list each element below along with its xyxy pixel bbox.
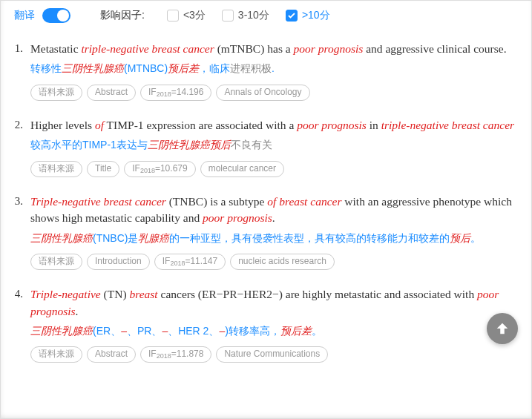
source-tag[interactable]: 语料来源 xyxy=(30,85,82,101)
filter-label: >10分 xyxy=(302,9,330,22)
meta-tag[interactable]: Introduction xyxy=(87,254,150,270)
meta-tag[interactable]: Annals of Oncology xyxy=(216,85,309,101)
meta-tag[interactable]: Abstract xyxy=(87,346,136,363)
english-sentence: Triple-negative (TN) breast cancers (ER−… xyxy=(30,286,518,320)
source-tag[interactable]: 语料来源 xyxy=(30,254,82,270)
filter-bar: 翻译 影响因子: <3分3-10分>10分 xyxy=(1,1,531,33)
item-body: Metastatic triple-negative breast cancer… xyxy=(30,41,518,101)
impact-factor-label: 影响因子: xyxy=(100,9,145,22)
item-number: 1. xyxy=(14,41,30,101)
meta-tag[interactable]: Nature Communications xyxy=(216,346,328,363)
english-sentence: Higher levels of TIMP-1 expression are a… xyxy=(30,117,518,133)
filter-label: 3-10分 xyxy=(238,9,269,22)
item-number: 3. xyxy=(14,194,30,270)
result-item: 4.Triple-negative (TN) breast cancers (E… xyxy=(14,286,518,363)
checkbox-icon xyxy=(222,10,234,22)
item-body: Triple-negative breast cancer (TNBC) is … xyxy=(30,194,518,270)
item-number: 4. xyxy=(14,286,30,363)
meta-tag[interactable]: molecular cancer xyxy=(200,161,284,177)
filter-label: <3分 xyxy=(183,9,206,22)
chinese-translation: 转移性三阴性乳腺癌(MTNBC)预后差，临床进程积极. xyxy=(30,60,518,76)
chinese-translation: 三阴性乳腺癌(TNBC)是乳腺癌的一种亚型，具有侵袭性表型，具有较高的转移能力和… xyxy=(30,230,518,246)
tag-row: 语料来源TitleIF2018=10.679molecular cancer xyxy=(30,161,518,177)
result-item: 1.Metastatic triple-negative breast canc… xyxy=(14,41,518,101)
source-tag[interactable]: 语料来源 xyxy=(30,346,82,363)
chinese-translation: 三阴性乳腺癌(ER、–、PR、–、HER 2、–)转移率高，预后差。 xyxy=(30,323,518,339)
source-tag[interactable]: 语料来源 xyxy=(30,161,82,177)
impact-factor-tag[interactable]: IF2018=11.878 xyxy=(140,346,211,363)
filter-checkbox-2[interactable]: >10分 xyxy=(286,9,330,22)
english-sentence: Triple-negative breast cancer (TNBC) is … xyxy=(30,194,518,227)
english-sentence: Metastatic triple-negative breast cancer… xyxy=(30,41,518,57)
tag-row: 语料来源IntroductionIF2018=11.147nucleic aci… xyxy=(30,254,518,270)
result-item: 2.Higher levels of TIMP-1 expression are… xyxy=(14,117,518,177)
result-item: 3.Triple-negative breast cancer (TNBC) i… xyxy=(14,194,518,270)
filter-group: <3分3-10分>10分 xyxy=(167,9,347,22)
results-list: 1.Metastatic triple-negative breast canc… xyxy=(1,41,531,363)
checkbox-icon xyxy=(286,10,298,22)
item-number: 2. xyxy=(14,117,30,177)
scroll-to-top-button[interactable] xyxy=(487,313,518,344)
tag-row: 语料来源AbstractIF2018=11.878Nature Communic… xyxy=(30,346,518,363)
translate-label: 翻译 xyxy=(14,9,35,22)
item-body: Triple-negative (TN) breast cancers (ER−… xyxy=(30,286,518,363)
filter-checkbox-0[interactable]: <3分 xyxy=(167,9,206,22)
meta-tag[interactable]: Abstract xyxy=(87,85,136,101)
meta-tag[interactable]: nucleic acids research xyxy=(230,254,335,270)
filter-checkbox-1[interactable]: 3-10分 xyxy=(222,9,269,22)
translate-toggle[interactable] xyxy=(42,8,70,23)
impact-factor-tag[interactable]: IF2018=14.196 xyxy=(140,85,211,101)
tag-row: 语料来源AbstractIF2018=14.196Annals of Oncol… xyxy=(30,85,518,101)
impact-factor-tag[interactable]: IF2018=10.679 xyxy=(124,161,195,177)
checkbox-icon xyxy=(167,10,179,22)
impact-factor-tag[interactable]: IF2018=11.147 xyxy=(154,254,226,270)
chinese-translation: 较高水平的TIMP-1表达与三阴性乳腺癌预后不良有关 xyxy=(30,136,518,153)
item-body: Higher levels of TIMP-1 expression are a… xyxy=(30,117,518,177)
meta-tag[interactable]: Title xyxy=(87,161,119,177)
arrow-up-icon xyxy=(494,320,510,337)
